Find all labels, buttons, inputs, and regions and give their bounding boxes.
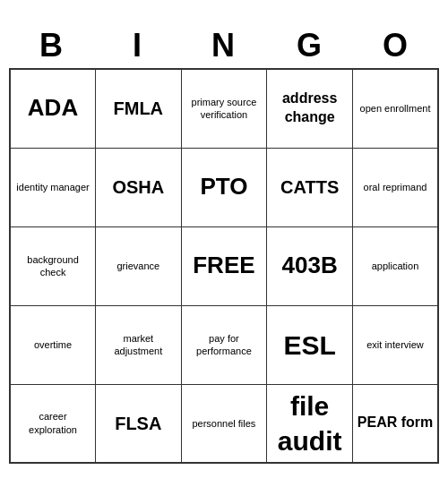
cell-text: career exploration [14,410,91,436]
cell-text: oral reprimand [357,181,434,193]
cell-text: open enrollment [357,102,434,115]
cell-text: ESL [271,328,349,363]
cell-r4-c4: PEAR form [353,384,438,463]
bingo-card: B I N G O ADAFMLAprimary source verifica… [9,23,439,464]
cell-text: PEAR form [357,414,434,432]
cell-r0-c2: primary source verification [181,69,267,148]
cell-text: PTO [185,172,263,202]
cell-r2-c3: 403B [267,226,353,305]
header-g: G [267,23,353,68]
cell-r0-c3: address change [267,69,353,148]
cell-text: application [357,260,434,272]
header-o: O [353,23,439,68]
cell-text: file audit [271,389,349,458]
cell-r2-c0: background check [10,226,96,305]
cell-r1-c1: OSHA [96,148,182,226]
cell-r1-c0: identity manager [10,148,96,226]
cell-r3-c1: market adjustment [96,305,182,384]
cell-text: FREE [185,251,263,281]
header-n: N [181,23,267,68]
cell-r1-c3: CATTS [267,148,353,226]
cell-r4-c1: FLSA [96,384,182,463]
cell-text: personnel files [185,417,263,430]
header-i: I [95,23,181,68]
cell-text: grievance [99,260,177,272]
cell-text: background check [14,253,91,279]
cell-r2-c1: grievance [96,226,182,305]
cell-r0-c1: FMLA [96,69,182,148]
cell-r0-c0: ADA [10,69,96,148]
cell-r3-c4: exit interview [353,305,438,384]
cell-text: primary source verification [185,96,263,122]
cell-r4-c3: file audit [267,384,353,463]
cell-text: FMLA [99,97,177,120]
bingo-grid: ADAFMLAprimary source verificationaddres… [9,68,439,464]
bingo-header: B I N G O [9,23,439,68]
cell-text: identity manager [14,181,91,193]
cell-r3-c0: overtime [10,305,96,384]
cell-text: 403B [271,251,349,281]
cell-text: OSHA [99,175,177,199]
cell-r3-c2: pay for performance [181,305,267,384]
cell-r1-c2: PTO [181,148,267,226]
cell-r1-c4: oral reprimand [353,148,438,226]
cell-r3-c3: ESL [267,305,353,384]
cell-text: CATTS [271,175,349,199]
cell-text: market adjustment [99,332,177,358]
cell-text: FLSA [99,412,177,435]
cell-r4-c2: personnel files [181,384,267,463]
cell-r0-c4: open enrollment [353,69,438,148]
cell-text: ADA [14,93,91,124]
header-b: B [9,23,95,68]
cell-r2-c2: FREE [181,226,267,305]
cell-r4-c0: career exploration [10,384,96,463]
cell-text: address change [271,90,349,127]
cell-text: overtime [14,338,91,351]
cell-text: exit interview [357,338,434,351]
cell-r2-c4: application [353,226,438,305]
cell-text: pay for performance [185,332,263,358]
